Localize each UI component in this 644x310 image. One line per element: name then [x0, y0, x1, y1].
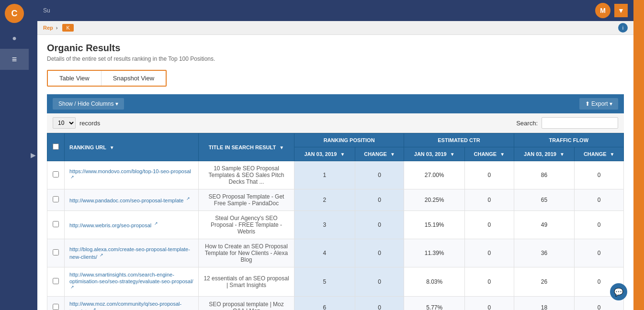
sort-rank-change-icon[interactable]: ▼ — [390, 152, 395, 157]
row-title: SEO proposal template | Moz Q&A | Moz — [199, 297, 294, 310]
table-row: http://www.smartinsights.com/search-engi… — [47, 267, 624, 297]
top-bar-left: Su — [43, 7, 50, 14]
sidebar-nav-item[interactable]: ● — [0, 28, 29, 49]
row-url: https://www.mondovo.com/blog/top-10-seo-… — [65, 161, 199, 189]
row-title: 12 essentials of an SEO proposal | Smart… — [199, 267, 294, 297]
search-input[interactable] — [542, 117, 618, 129]
select-all-checkbox[interactable] — [53, 144, 59, 150]
mid-sidebar: ▶ — [29, 0, 37, 310]
th-ctr-group: ESTIMATED CTR — [404, 133, 514, 147]
row-rank-pos: 5 — [294, 267, 355, 297]
th-ctr-jan: JAN 03, 2019 ▼ — [404, 147, 465, 161]
sort-traffic-jan-icon[interactable]: ▼ — [560, 152, 565, 157]
url-link[interactable]: http://www.smartinsights.com/search-engi… — [69, 272, 193, 284]
row-checkbox-cell — [47, 239, 65, 267]
row-checkbox[interactable] — [53, 196, 59, 202]
row-ctr: 11.39% — [404, 239, 465, 267]
sort-ctr-jan-icon[interactable]: ▼ — [450, 152, 455, 157]
app-logo: C — [5, 4, 24, 23]
row-rank-change: 0 — [355, 239, 404, 267]
row-traffic: 26 — [514, 267, 575, 297]
th-check — [47, 133, 65, 161]
table-row: http://www.moz.com/community/q/seo-propo… — [47, 297, 624, 310]
row-ctr: 8.03% — [404, 267, 465, 297]
filter-icon[interactable]: ▼ — [614, 4, 628, 17]
row-checkbox[interactable] — [53, 278, 59, 284]
table-row: http://www.pandadoc.com/seo-proposal-tem… — [47, 189, 624, 211]
row-checkbox[interactable] — [53, 221, 59, 227]
th-ctr-change: CHANGE ▼ — [465, 147, 514, 161]
url-link[interactable]: https://www.mondovo.com/blog/top-10-seo-… — [69, 168, 191, 174]
user-avatar[interactable]: M — [595, 3, 610, 18]
mid-sidebar-icon: ▶ — [31, 151, 36, 159]
external-link-icon: ↗ — [70, 285, 74, 289]
row-checkbox-cell — [47, 161, 65, 189]
sort-rank-jan-icon[interactable]: ▼ — [340, 152, 345, 157]
table-row: http://blog.alexa.com/create-seo-proposa… — [47, 239, 624, 267]
row-ctr-change: 0 — [465, 239, 514, 267]
external-link-icon: ↗ — [70, 175, 74, 179]
search-control: Search: — [516, 117, 618, 129]
row-url: http://www.webris.org/seo-proposal ↗ — [65, 211, 199, 239]
external-link-icon: ↗ — [154, 221, 158, 226]
row-rank-pos: 6 — [294, 297, 355, 310]
sort-title-icon[interactable]: ▼ — [279, 145, 284, 150]
th-traffic-change: CHANGE ▼ — [575, 147, 624, 161]
row-checkbox[interactable] — [53, 249, 59, 255]
show-hide-columns-button[interactable]: Show / Hide Columns ▾ — [53, 98, 124, 110]
records-control: 10 25 50 records — [53, 117, 100, 129]
sort-ctr-change-icon[interactable]: ▼ — [500, 152, 505, 157]
row-traffic-change: 0 — [575, 161, 624, 189]
row-ctr-change: 0 — [465, 267, 514, 297]
search-label: Search: — [516, 120, 538, 127]
row-title: SEO Proposal Template - Get Free Sample … — [199, 189, 294, 211]
breadcrumb-bar: Rep › K i — [37, 21, 633, 35]
row-checkbox-cell — [47, 189, 65, 211]
row-rank-pos: 1 — [294, 161, 355, 189]
url-link[interactable]: http://blog.alexa.com/create-seo-proposa… — [69, 246, 190, 260]
row-checkbox-cell — [47, 211, 65, 239]
export-button[interactable]: ⬆ Export ▾ — [579, 98, 618, 110]
row-rank-change: 0 — [355, 211, 404, 239]
row-ctr: 5.77% — [404, 297, 465, 310]
row-ctr-change: 0 — [465, 211, 514, 239]
records-per-page-select[interactable]: 10 25 50 — [53, 117, 76, 129]
row-traffic: 86 — [514, 161, 575, 189]
view-tabs-wrapper: Table View Snapshot View — [47, 70, 167, 87]
row-traffic: 18 — [514, 297, 575, 310]
url-link[interactable]: http://www.webris.org/seo-proposal — [69, 222, 151, 228]
url-link[interactable]: http://www.pandadoc.com/seo-proposal-tem… — [69, 198, 183, 203]
toolbar: Show / Hide Columns ▾ ⬆ Export ▾ — [47, 94, 624, 113]
row-url: http://www.smartinsights.com/search-engi… — [65, 267, 199, 297]
tab-snapshot-view[interactable]: Snapshot View — [102, 71, 166, 86]
table-body: https://www.mondovo.com/blog/top-10-seo-… — [47, 161, 624, 310]
row-checkbox[interactable] — [53, 171, 59, 177]
th-rank-change: CHANGE ▼ — [355, 147, 404, 161]
external-link-icon: ↗ — [92, 307, 96, 310]
page-title: Organic Results — [47, 43, 624, 54]
sort-traffic-change-icon[interactable]: ▼ — [610, 152, 615, 157]
left-sidebar: C ● ≡ — [0, 0, 29, 310]
row-title: 10 Sample SEO Proposal Templates & SEO S… — [199, 161, 294, 189]
th-rank-jan: JAN 03, 2019 ▼ — [294, 147, 355, 161]
info-button[interactable]: i — [618, 23, 628, 33]
sidebar-nav-menu[interactable]: ≡ — [0, 49, 29, 70]
records-label: records — [79, 120, 100, 127]
row-checkbox[interactable] — [53, 304, 59, 310]
top-bar-text: Su — [43, 7, 50, 14]
breadcrumb-rep[interactable]: Rep — [43, 25, 53, 31]
row-url: http://www.moz.com/community/q/seo-propo… — [65, 297, 199, 310]
table-row: https://www.mondovo.com/blog/top-10-seo-… — [47, 161, 624, 189]
row-ctr: 15.19% — [404, 211, 465, 239]
th-title: TITLE IN SEARCH RESULT ▼ — [199, 133, 294, 161]
row-traffic: 36 — [514, 239, 575, 267]
row-title: How to Create an SEO Proposal Template f… — [199, 239, 294, 267]
tab-table-view[interactable]: Table View — [48, 71, 102, 86]
url-link[interactable]: http://www.moz.com/community/q/seo-propo… — [69, 301, 181, 310]
row-checkbox-cell — [47, 297, 65, 310]
sort-url-icon[interactable]: ▼ — [110, 145, 114, 150]
top-bar: Su M ▼ — [37, 0, 633, 21]
external-link-icon: ↗ — [186, 196, 190, 201]
chat-button[interactable]: 💬 — [610, 283, 627, 300]
content-area: Su M ▼ Rep › K i Organic Results Details… — [37, 0, 633, 310]
